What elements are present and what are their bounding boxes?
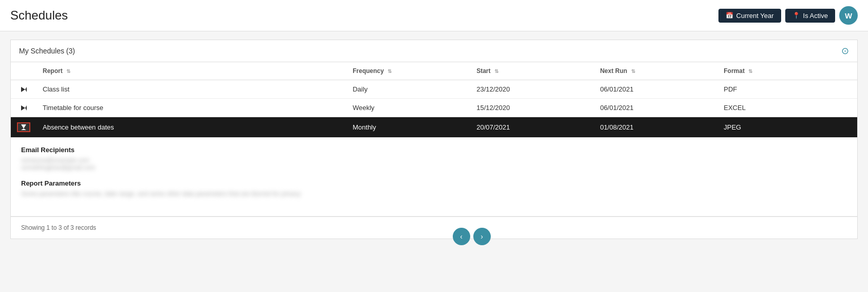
report-cell-3: Absence between dates bbox=[36, 117, 346, 138]
prev-page-btn[interactable]: ‹ bbox=[453, 228, 470, 245]
email-recipients-value: someone@example.comsomethingelse@gmail.c… bbox=[21, 157, 847, 171]
col-nextrun-label: Next Run bbox=[600, 67, 627, 75]
prev-icon: ‹ bbox=[460, 232, 463, 241]
user-avatar[interactable]: W bbox=[839, 6, 858, 25]
col-start[interactable]: Start ⇅ bbox=[470, 62, 594, 80]
main-content: My Schedules (3) ⊙ Report ⇅ Frequency ⇅ bbox=[0, 31, 868, 247]
current-year-label: Current Year bbox=[736, 12, 774, 20]
sort-start-icon: ⇅ bbox=[494, 68, 498, 74]
report-parameters-value: Some parameters like course, date range,… bbox=[21, 190, 847, 197]
next-page-btn[interactable]: › bbox=[473, 228, 491, 245]
expand-cell-2[interactable] bbox=[11, 99, 36, 117]
start-cell-1: 23/12/2020 bbox=[470, 80, 594, 99]
sort-nextrun-icon: ⇅ bbox=[631, 68, 635, 74]
nextrun-cell-2: 06/01/2021 bbox=[594, 99, 718, 117]
format-cell-3: JPEG bbox=[717, 117, 857, 138]
nextrun-cell-1: 06/01/2021 bbox=[594, 80, 718, 99]
col-start-label: Start bbox=[476, 67, 490, 75]
start-cell-3: 20/07/2021 bbox=[470, 117, 594, 138]
detail-row: Email Recipients someone@example.comsome… bbox=[11, 138, 857, 216]
calendar-icon: 📅 bbox=[726, 12, 733, 19]
frequency-cell-1: Daily bbox=[346, 80, 470, 99]
sort-report-icon: ⇅ bbox=[66, 68, 70, 74]
table-row: Class list Daily 23/12/2020 06/01/2021 P… bbox=[11, 80, 857, 99]
header-actions: 📅 Current Year 📍 Is Active W bbox=[718, 6, 858, 25]
report-parameters-section: Report Parameters Some parameters like c… bbox=[21, 179, 847, 197]
section-toggle-btn[interactable]: ⊙ bbox=[841, 45, 849, 57]
next-icon: › bbox=[481, 232, 483, 241]
current-year-filter[interactable]: 📅 Current Year bbox=[718, 9, 781, 23]
page-title: Schedules bbox=[10, 8, 68, 23]
col-format-label: Format bbox=[724, 67, 745, 75]
report-parameters-label: Report Parameters bbox=[21, 179, 847, 187]
col-format[interactable]: Format ⇅ bbox=[717, 62, 857, 80]
expand-arrow-3 bbox=[21, 124, 26, 130]
format-cell-2: EXCEL bbox=[717, 99, 857, 117]
pagination: ‹ › bbox=[453, 228, 491, 245]
table-footer: Showing 1 to 3 of 3 records ‹ › bbox=[10, 217, 858, 239]
col-report-label: Report bbox=[43, 67, 63, 75]
expand-arrow-1 bbox=[21, 87, 27, 92]
expand-btn-2[interactable] bbox=[17, 105, 30, 111]
expand-btn-3[interactable] bbox=[17, 122, 30, 132]
col-frequency[interactable]: Frequency ⇅ bbox=[346, 62, 470, 80]
expand-btn-1[interactable] bbox=[17, 87, 30, 92]
col-report[interactable]: Report ⇅ bbox=[36, 62, 346, 80]
expand-cell-1[interactable] bbox=[11, 80, 36, 99]
email-recipients-label: Email Recipients bbox=[21, 146, 847, 154]
expanded-table-row: Absence between dates Monthly 20/07/2021… bbox=[11, 117, 857, 138]
schedules-table: Report ⇅ Frequency ⇅ Start ⇅ Next Run ⇅ bbox=[11, 62, 857, 216]
report-cell-1: Class list bbox=[36, 80, 346, 99]
is-active-filter[interactable]: 📍 Is Active bbox=[785, 9, 835, 23]
col-expand bbox=[11, 62, 36, 80]
avatar-letter: W bbox=[845, 11, 852, 20]
sort-frequency-icon: ⇅ bbox=[387, 68, 392, 74]
section-header: My Schedules (3) ⊙ bbox=[10, 40, 858, 62]
nextrun-cell-3: 01/08/2021 bbox=[594, 117, 718, 138]
start-cell-2: 15/12/2020 bbox=[470, 99, 594, 117]
pin-icon: 📍 bbox=[792, 12, 800, 19]
col-nextrun[interactable]: Next Run ⇅ bbox=[594, 62, 718, 80]
expand-arrow-2 bbox=[21, 105, 27, 111]
section-title: My Schedules (3) bbox=[19, 47, 75, 55]
table-row: Timetable for course Weekly 15/12/2020 0… bbox=[11, 99, 857, 117]
expand-cell-3[interactable] bbox=[11, 117, 36, 138]
format-cell-1: PDF bbox=[717, 80, 857, 99]
detail-cell: Email Recipients someone@example.comsome… bbox=[11, 138, 857, 216]
expanded-indicator bbox=[17, 122, 30, 132]
records-info: Showing 1 to 3 of 3 records bbox=[21, 224, 96, 231]
frequency-cell-3: Monthly bbox=[346, 117, 470, 138]
report-cell-2: Timetable for course bbox=[36, 99, 346, 117]
email-recipients-section: Email Recipients someone@example.comsome… bbox=[21, 146, 847, 171]
col-frequency-label: Frequency bbox=[353, 67, 384, 75]
page-header: Schedules 📅 Current Year 📍 Is Active W bbox=[0, 0, 868, 31]
sort-format-icon: ⇅ bbox=[748, 68, 752, 74]
frequency-cell-2: Weekly bbox=[346, 99, 470, 117]
table-header-row: Report ⇅ Frequency ⇅ Start ⇅ Next Run ⇅ bbox=[11, 62, 857, 80]
is-active-label: Is Active bbox=[803, 12, 828, 20]
schedules-table-container: Report ⇅ Frequency ⇅ Start ⇅ Next Run ⇅ bbox=[10, 62, 858, 217]
